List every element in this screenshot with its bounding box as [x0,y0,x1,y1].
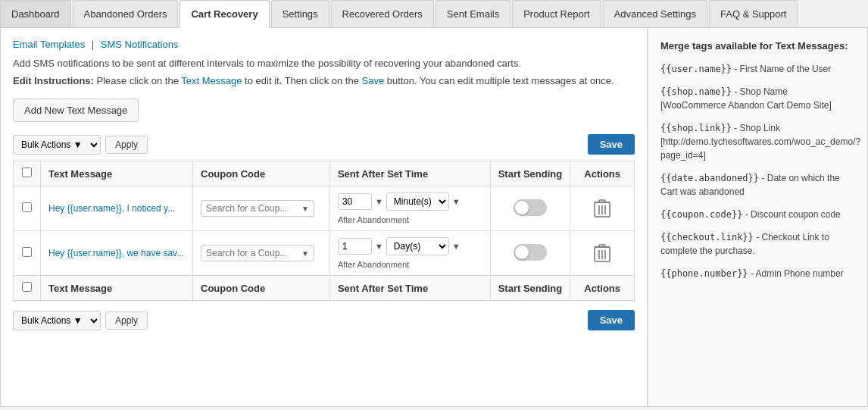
bulk-actions-select-bottom[interactable]: Bulk Actions ▼ [13,311,101,330]
tab-settings[interactable]: Settings [271,0,329,27]
row-1-checkbox-cell [14,186,41,231]
tabs-bar: Dashboard Abandoned Orders Cart Recovery… [0,0,868,28]
merge-tag-item-5: {{checkout.link}} - Checkout Link to com… [660,230,855,258]
tab-product-report[interactable]: Product Report [512,0,601,27]
row-1-delete-button[interactable] [592,196,613,221]
col-footer-header-sent-after: Sent After Set Time [329,276,490,301]
bulk-actions-select-top[interactable]: Bulk Actions ▼ [13,135,101,155]
right-panel: Merge tags available for Text Messages: … [648,28,867,406]
merge-tag-item-0: {{user.name}} - First Name of the User [660,62,855,76]
description-text: Add SMS notifications to be sent at diff… [13,58,635,69]
merge-tag-code-4: {{coupon.code}} [660,209,742,220]
row-1-actions-cell [570,186,635,231]
col-header-actions: Actions [570,161,635,186]
col-header-sent-after: Sent After Set Time [329,161,490,186]
bulk-actions-left-bottom: Bulk Actions ▼ Apply [13,311,148,330]
tab-cart-recovery[interactable]: Cart Recovery [180,0,269,28]
row-1-coupon-cell: ▼ [193,186,330,231]
add-new-text-message-button[interactable]: Add New Text Message [13,99,139,122]
row-1-checkbox[interactable] [22,202,32,212]
tab-dashboard[interactable]: Dashboard [0,0,71,27]
apply-button-bottom[interactable]: Apply [105,311,148,330]
row-2-start-sending-cell [490,231,570,276]
row-2-after-abandonment: After Abandonment [338,260,482,269]
col-footer-header-checkbox [14,276,41,301]
row-1-time-unit-select[interactable]: Minute(s) Hour(s) Day(s) [386,192,449,211]
edit-instructions-label: Edit Instructions: [13,75,94,86]
col-header-start-sending: Start Sending [490,161,570,186]
merge-tag-item-2: {{shop.link}} - Shop Link [http://demo.t… [660,121,855,162]
merge-tag-desc-0: - First Name of the User [732,64,831,74]
row-2-actions-cell [570,231,635,276]
tab-abandoned-orders[interactable]: Abandoned Orders [73,0,179,27]
row-1-time-value-input[interactable] [338,193,372,210]
row-1-coupon-search[interactable]: ▼ [201,200,314,217]
left-panel: Email Templates | SMS Notifications Add … [1,28,648,406]
email-templates-link[interactable]: Email Templates [13,39,85,50]
row-1-coupon-input[interactable] [206,203,298,214]
col-footer-header-coupon-code: Coupon Code [193,276,330,301]
select-all-checkbox[interactable] [22,167,32,177]
table-header-row: Text Message Coupon Code Sent After Set … [14,161,635,186]
row-2-checkbox[interactable] [22,247,32,257]
sms-notifications-link[interactable]: SMS Notifications [101,39,179,50]
bulk-actions-left-top: Bulk Actions ▼ Apply [13,135,148,155]
bottom-bulk-actions-row: Bulk Actions ▼ Apply Save [13,310,635,330]
table-row: Hey {{user.name}}, I noticed y... ▼ ▼ [14,186,635,231]
breadcrumb: Email Templates | SMS Notifications [13,39,635,50]
row-2-time-unit-select[interactable]: Day(s) Minute(s) Hour(s) [386,237,449,255]
row-2-delete-button[interactable] [592,241,613,265]
edit-instructions-text-before: Please click on the [97,75,182,86]
row-1-time-arrow2-icon[interactable]: ▼ [452,197,461,206]
top-bulk-actions-row: Bulk Actions ▼ Apply Save [13,134,635,155]
merge-tag-item-6: {{phone.number}} - Admin Phone number [660,267,855,280]
sms-table: Text Message Coupon Code Sent After Set … [13,161,635,301]
merge-tags-title: Merge tags available for Text Messages: [660,40,855,52]
text-message-instructions-link[interactable]: Text Message [181,75,242,86]
row-1-start-sending-toggle[interactable] [514,199,547,216]
col-footer-header-start-sending: Start Sending [490,276,570,301]
tab-recovered-orders[interactable]: Recovered Orders [331,0,434,27]
row-2-coupon-arrow-icon[interactable]: ▼ [298,249,309,258]
col-footer-header-actions: Actions [570,276,635,301]
row-2-coupon-search[interactable]: ▼ [201,245,314,261]
select-all-bottom-checkbox[interactable] [22,282,32,292]
row-2-text-message-link[interactable]: Hey {{user.name}}, we have sav... [48,248,184,258]
merge-tag-code-5: {{checkout.link}} [660,232,754,243]
merge-tag-desc-6: - Admin Phone number [748,268,844,279]
merge-tag-code-1: {{shop.name}} [660,86,732,97]
edit-instructions-text-after: button. You can edit multiple text messa… [384,75,614,86]
merge-tag-item-4: {{coupon.code}} - Discount coupon code [660,208,855,221]
row-2-coupon-cell: ▼ [193,231,330,276]
row-2-toggle-slider [514,244,547,261]
row-2-time-value-input[interactable] [338,238,372,255]
merge-tag-code-0: {{user.name}} [660,64,732,74]
apply-button-top[interactable]: Apply [105,136,148,154]
row-1-time-cell: ▼ Minute(s) Hour(s) Day(s) ▼ After Aband… [329,186,490,231]
tab-sent-emails[interactable]: Sent Emails [436,0,510,27]
row-1-coupon-arrow-icon[interactable]: ▼ [298,205,309,213]
save-button-bottom[interactable]: Save [588,310,635,330]
merge-tag-desc-4: - Discount coupon code [742,209,840,220]
tab-advanced-settings[interactable]: Advanced Settings [603,0,707,27]
breadcrumb-separator: | [92,39,94,50]
tab-faq-support[interactable]: FAQ & Support [709,0,798,27]
row-1-start-sending-cell [490,186,570,231]
row-2-time-arrow-icon[interactable]: ▼ [375,242,383,251]
merge-tag-item-3: {{date.abandoned}} - Date on which the C… [660,171,855,199]
col-header-checkbox [14,161,41,186]
edit-instructions-text-middle: to edit it. Then click on the [242,75,362,86]
row-2-text-message-cell: Hey {{user.name}}, we have sav... [40,231,192,276]
row-2-coupon-input[interactable] [206,248,298,258]
save-button-top[interactable]: Save [588,134,635,155]
row-2-time-cell: ▼ Day(s) Minute(s) Hour(s) ▼ After Aband… [329,231,490,276]
table-footer-header-row: Text Message Coupon Code Sent After Set … [14,276,635,301]
row-2-start-sending-toggle[interactable] [514,244,547,261]
row-1-after-abandonment: After Abandonment [338,215,482,224]
row-2-time-arrow2-icon[interactable]: ▼ [452,242,461,251]
row-1-time-arrow-icon[interactable]: ▼ [375,197,383,206]
row-1-delete-icon [594,199,610,218]
main-content: Email Templates | SMS Notifications Add … [0,28,868,407]
save-instructions-link[interactable]: Save [362,75,385,86]
row-1-text-message-link[interactable]: Hey {{user.name}}, I noticed y... [48,203,175,214]
